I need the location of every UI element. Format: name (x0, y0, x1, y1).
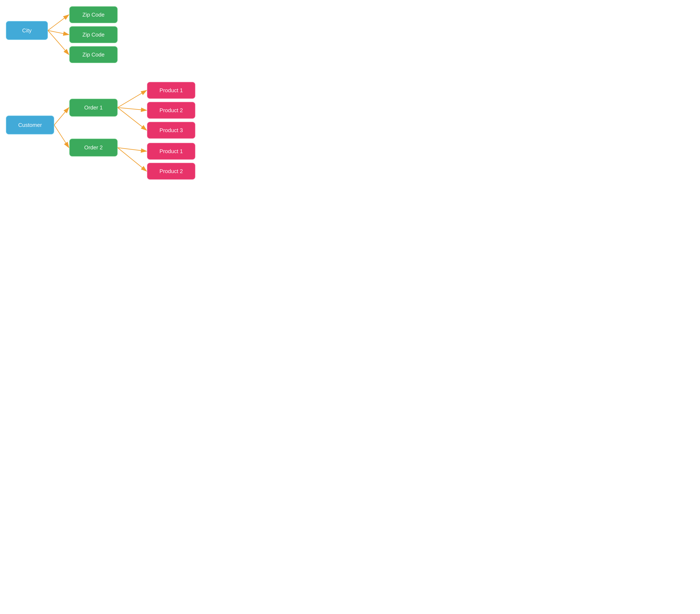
order1-product-3-label: Product 3 (159, 127, 183, 134)
svg-line-0 (48, 15, 69, 30)
svg-line-4 (54, 125, 69, 148)
order-2-node: Order 2 (69, 139, 117, 156)
order2-product-1-label: Product 1 (159, 148, 183, 154)
svg-line-7 (117, 108, 147, 130)
order2-product-2-label: Product 2 (159, 168, 183, 175)
svg-line-3 (54, 108, 69, 125)
order-2-label: Order 2 (84, 144, 103, 151)
svg-line-1 (48, 30, 69, 35)
order1-product-1-node: Product 1 (147, 82, 195, 99)
order2-product-1-node: Product 1 (147, 143, 195, 160)
zip-code-node-3: Zip Code (69, 46, 117, 63)
order1-product-3-node: Product 3 (147, 122, 195, 139)
svg-line-9 (117, 148, 147, 171)
order2-product-2-node: Product 2 (147, 163, 195, 179)
city-label: City (22, 27, 32, 34)
customer-node: Customer (6, 115, 54, 135)
zip-code-node-1: Zip Code (69, 6, 117, 23)
svg-line-5 (117, 90, 147, 108)
order1-product-1-label: Product 1 (159, 87, 183, 94)
order-1-node: Order 1 (69, 99, 117, 116)
svg-line-6 (117, 108, 147, 110)
zip-code-label-2: Zip Code (82, 32, 104, 38)
city-node: City (6, 21, 48, 40)
svg-line-2 (48, 30, 69, 54)
svg-line-8 (117, 148, 147, 151)
zip-code-node-2: Zip Code (69, 26, 117, 43)
zip-code-label-1: Zip Code (82, 12, 104, 18)
order-1-label: Order 1 (84, 104, 103, 111)
order1-product-2-label: Product 2 (159, 107, 183, 114)
zip-code-label-3: Zip Code (82, 51, 104, 58)
order1-product-2-node: Product 2 (147, 102, 195, 119)
diagram-container: City Zip Code Zip Code Zip Code Customer… (0, 0, 245, 215)
customer-label: Customer (18, 122, 42, 128)
